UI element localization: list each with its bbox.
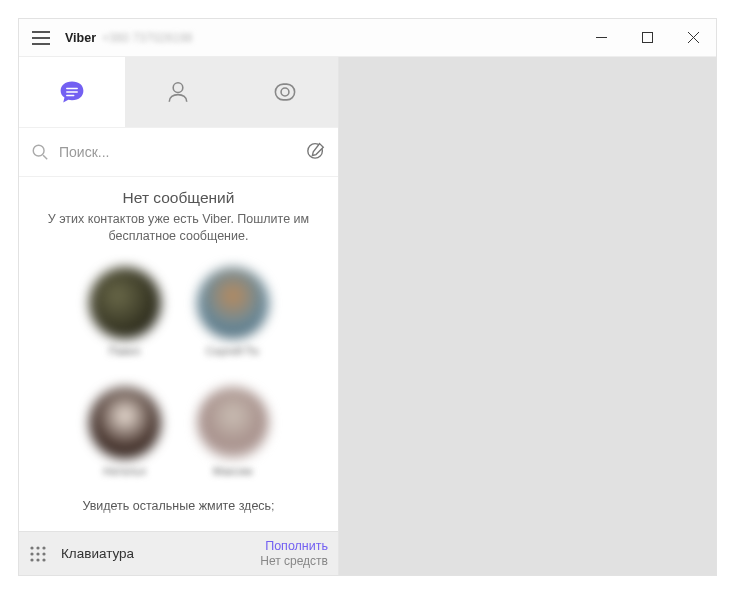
- hamburger-icon: [32, 31, 50, 45]
- svg-rect-4: [642, 33, 652, 43]
- svg-point-24: [42, 558, 45, 561]
- svg-point-20: [36, 552, 39, 555]
- svg-point-13: [33, 145, 44, 156]
- phone-number: +380 737028198: [102, 31, 192, 45]
- maximize-icon: [642, 32, 653, 43]
- suggested-contact[interactable]: Максим: [193, 387, 273, 477]
- suggested-contacts: ПавелСергей ПоНатальяМаксим: [33, 267, 324, 477]
- suggested-contact[interactable]: Павел: [85, 267, 165, 357]
- close-icon: [688, 32, 699, 43]
- bottom-bar: Клавиатура Пополнить Нет средств: [19, 531, 338, 575]
- keyboard-label[interactable]: Клавиатура: [61, 546, 134, 561]
- tab-chats[interactable]: [19, 57, 125, 127]
- empty-subtitle: У этих контактов уже есть Viber. Пошлите…: [33, 211, 324, 245]
- avatar: [197, 387, 269, 459]
- svg-point-22: [30, 558, 33, 561]
- svg-point-21: [42, 552, 45, 555]
- compose-button[interactable]: [306, 140, 326, 164]
- conversation-area: [339, 57, 716, 575]
- contact-name: Павел: [85, 345, 165, 357]
- svg-point-17: [36, 546, 39, 549]
- no-funds-label: Нет средств: [260, 554, 328, 568]
- app-window: Viber +380 737028198: [19, 19, 716, 575]
- empty-title: Нет сообщений: [33, 189, 324, 207]
- search-icon: [31, 143, 49, 161]
- svg-point-12: [281, 88, 289, 96]
- avatar: [89, 387, 161, 459]
- svg-point-23: [36, 558, 39, 561]
- left-panel: Нет сообщений У этих контактов уже есть …: [19, 57, 339, 575]
- minimize-button[interactable]: [578, 19, 624, 57]
- titlebar: Viber +380 737028198: [19, 19, 716, 57]
- avatar: [197, 267, 269, 339]
- svg-point-16: [30, 546, 33, 549]
- topup-link[interactable]: Пополнить: [260, 539, 328, 554]
- tab-contacts[interactable]: [125, 57, 231, 127]
- contact-name: Наталья: [85, 465, 165, 477]
- window-controls: [578, 19, 716, 57]
- svg-rect-11: [275, 84, 294, 100]
- contacts-icon: [164, 78, 192, 106]
- tab-discover[interactable]: [232, 57, 338, 127]
- main-tabs: [19, 57, 338, 127]
- suggested-contact[interactable]: Наталья: [85, 387, 165, 477]
- contact-name: Сергей По: [193, 345, 273, 357]
- see-more-hint[interactable]: Увидеть остальные жмите здесь;: [33, 499, 324, 513]
- svg-line-14: [43, 155, 47, 159]
- balance-box: Пополнить Нет средств: [260, 539, 328, 568]
- svg-point-19: [30, 552, 33, 555]
- svg-point-18: [42, 546, 45, 549]
- search-input[interactable]: [59, 144, 306, 160]
- suggested-contact[interactable]: Сергей По: [193, 267, 273, 357]
- contact-name: Максим: [193, 465, 273, 477]
- dialpad-icon: [29, 546, 51, 562]
- discover-icon: [271, 78, 299, 106]
- app-title: Viber: [65, 31, 96, 45]
- chat-icon: [58, 78, 86, 106]
- menu-button[interactable]: [19, 19, 63, 57]
- main-area: Нет сообщений У этих контактов уже есть …: [19, 177, 338, 531]
- close-button[interactable]: [670, 19, 716, 57]
- search-row: [19, 127, 338, 177]
- compose-icon: [306, 140, 326, 160]
- svg-point-10: [174, 83, 184, 93]
- minimize-icon: [596, 32, 607, 43]
- maximize-button[interactable]: [624, 19, 670, 57]
- avatar: [89, 267, 161, 339]
